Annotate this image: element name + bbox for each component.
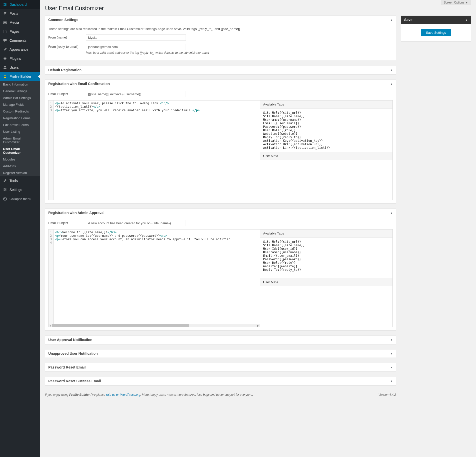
submenu-modules[interactable]: Modules	[0, 156, 40, 163]
menu-tools[interactable]: Tools	[0, 176, 40, 185]
brush-icon	[3, 47, 8, 52]
menu-media[interactable]: Media	[0, 18, 40, 27]
screen-options-tab[interactable]: Screen Options ▼	[441, 0, 471, 5]
submenu-user-listing[interactable]: User Listing	[0, 128, 40, 135]
svg-point-1	[4, 66, 6, 68]
from-email-label: From (reply-to email)	[48, 44, 86, 48]
menu-plugins[interactable]: Plugins	[0, 54, 40, 63]
box-common-header[interactable]: Common Settings ▲	[45, 16, 396, 24]
available-tags-body: Site Url:{{site_url}} Site Name:{{site_n…	[260, 108, 392, 152]
submenu-custom-redirects[interactable]: Custom Redirects	[0, 108, 40, 115]
submenu-manage-fields[interactable]: Manage Fields	[0, 101, 40, 108]
svg-point-0	[4, 22, 6, 23]
menu-label: Profile Builder	[10, 74, 31, 78]
from-email-input[interactable]	[86, 44, 186, 50]
box-header[interactable]: Unapproved User Notification▼	[45, 350, 396, 358]
code-editor[interactable]: 1234 <h3>Welcome to {{site_name}}!</h3> …	[48, 229, 260, 324]
scroll-left-icon[interactable]: ◀	[49, 324, 52, 327]
from-name-input[interactable]	[86, 34, 186, 41]
wrench-icon	[3, 178, 8, 183]
menu-comments[interactable]: Comments	[0, 36, 40, 45]
chevron-down-icon: ▼	[465, 1, 468, 4]
box-email-confirmation: Registration with Email Confirmation ▲ E…	[45, 80, 396, 204]
available-tags-header[interactable]: Available Tags	[260, 230, 392, 238]
comment-icon	[3, 38, 8, 43]
submenu-register-version[interactable]: Register Version	[0, 170, 40, 176]
submenu-edit-profile-forms[interactable]: Edit-profile Forms	[0, 122, 40, 128]
menu-appearance[interactable]: Appearance	[0, 45, 40, 54]
box-header[interactable]: User Approval Notification▼	[45, 336, 396, 344]
admin-sidebar: Dashboard Posts Media Pages Comments App…	[0, 0, 40, 457]
collapse-menu[interactable]: Collapse menu	[0, 194, 40, 203]
scrollbar-thumb[interactable]	[52, 324, 189, 327]
menu-settings[interactable]: Settings	[0, 185, 40, 194]
box-email-conf-header[interactable]: Registration with Email Confirmation ▲	[45, 80, 396, 88]
editor-gutter: 123	[49, 100, 54, 200]
box-save-header[interactable]: Save ▲	[401, 16, 471, 24]
email-subject-input[interactable]	[86, 220, 186, 226]
box-closed: Password Reset Success Email▼	[45, 377, 396, 386]
box-header[interactable]: Password Reset Success Email▼	[45, 377, 396, 385]
box-closed: Unapproved User Notification▼	[45, 349, 396, 358]
page-title: User Email Customizer	[45, 5, 471, 12]
save-settings-button[interactable]: Save Settings	[421, 29, 451, 36]
rate-link[interactable]: rate us on WordPress.org	[106, 393, 140, 396]
horizontal-scrollbar[interactable]: ◀ ▶	[48, 324, 260, 327]
dashboard-icon	[3, 2, 8, 7]
svg-point-5	[4, 190, 5, 191]
menu-label: Appearance	[10, 48, 29, 52]
available-tags-header[interactable]: Available Tags	[260, 100, 392, 108]
box-admin-approval-header[interactable]: Registration with Admin Approval ▲	[45, 209, 396, 217]
box-title: Save	[404, 18, 412, 22]
user-meta-header[interactable]: User Meta	[260, 278, 392, 286]
user-meta-header[interactable]: User Meta	[260, 152, 392, 160]
box-save: Save ▲ Save Settings	[401, 16, 471, 42]
box-title: Registration with Admin Approval	[48, 211, 105, 215]
footer-product: Profile Builder Pro	[69, 393, 96, 396]
page-icon	[3, 29, 8, 34]
menu-label: Users	[10, 66, 19, 70]
chevron-down-icon: ▼	[390, 366, 393, 369]
editor-gutter: 1234	[49, 230, 54, 324]
version-label: Version 4.4.2	[378, 393, 396, 396]
menu-pages[interactable]: Pages	[0, 27, 40, 36]
box-title: Common Settings	[48, 18, 78, 22]
box-header[interactable]: Password Reset Email▼	[45, 363, 396, 372]
box-title: Password Reset Success Email	[48, 379, 101, 383]
email-subject-label: Email Subject	[48, 220, 86, 225]
submenu-addons[interactable]: Add-Ons	[0, 163, 40, 170]
code-editor[interactable]: 123 <p>To activate your user, please cli…	[48, 100, 260, 200]
menu-label: Dashboard	[10, 2, 27, 6]
box-title: Unapproved User Notification	[48, 352, 98, 356]
submenu-user-email-customizer[interactable]: User Email Customizer	[0, 146, 40, 156]
submenu-basic-info[interactable]: Basic Information	[0, 81, 40, 88]
scroll-right-icon[interactable]: ▶	[256, 324, 260, 327]
user-meta-body	[260, 286, 392, 327]
email-subject-input[interactable]	[86, 91, 186, 97]
common-desc: These settings are also replicated in th…	[48, 27, 393, 31]
box-title: Registration with Email Confirmation	[48, 82, 110, 86]
submenu-registration-forms[interactable]: Registration Forms	[0, 115, 40, 122]
submenu-admin-email-customizer[interactable]: Admin Email Customizer	[0, 135, 40, 146]
collapse-icon	[3, 196, 8, 201]
tags-panel: Available Tags Site Url:{{site_url}} Sit…	[260, 100, 393, 200]
submenu-general-settings[interactable]: General Settings	[0, 88, 40, 94]
user-icon	[3, 65, 8, 70]
menu-posts[interactable]: Posts	[0, 9, 40, 18]
chevron-down-icon: ▼	[390, 338, 393, 341]
menu-label: Media	[10, 20, 19, 24]
from-name-label: From (name)	[48, 34, 86, 39]
editor-code[interactable]: <p>To activate your user, please click t…	[54, 100, 260, 200]
box-default-reg-header[interactable]: Default Registration ▼	[45, 66, 396, 74]
main-content: Screen Options ▼ User Email Customizer C…	[40, 0, 476, 457]
editor-code[interactable]: <h3>Welcome to {{site_name}}!</h3> <p>Yo…	[54, 230, 260, 324]
user-meta-body	[260, 160, 392, 200]
plug-icon	[3, 56, 8, 61]
submenu-admin-bar[interactable]: Admin Bar Settings	[0, 94, 40, 101]
chevron-up-icon: ▲	[390, 212, 393, 214]
menu-users[interactable]: Users	[0, 63, 40, 72]
menu-dashboard[interactable]: Dashboard	[0, 0, 40, 9]
menu-profile-builder[interactable]: Profile Builder	[0, 72, 40, 81]
footer-text: . More happy users means more features, …	[140, 393, 253, 396]
chevron-down-icon: ▼	[390, 352, 393, 355]
